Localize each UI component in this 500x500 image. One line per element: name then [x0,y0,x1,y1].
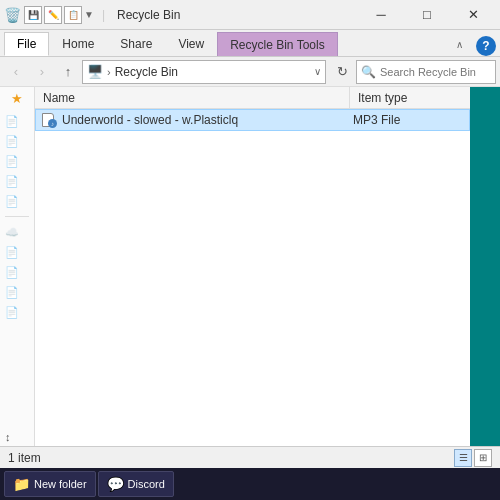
nav-item-10[interactable]: 📄 [3,303,31,321]
nav-item-2[interactable]: 📄 [3,132,31,150]
tab-file[interactable]: File [4,32,49,56]
tab-share[interactable]: Share [107,32,165,56]
nav-icon-4: 📄 [5,175,19,188]
table-row[interactable]: ♪ Underworld - slowed - w.Plasticlq MP3 … [35,109,470,131]
file-panel: Name Item type ♪ Underworld - slowed - w… [35,87,470,446]
nav-icon-5: 📄 [5,195,19,208]
window-title: Recycle Bin [117,8,180,22]
taskbar-discord[interactable]: 💬 Discord [98,471,174,497]
right-background-panel [470,87,500,446]
tab-manage[interactable]: Recycle Bin Tools [217,32,338,56]
props-quick-btn[interactable]: 📋 [64,6,82,24]
nav-icon-8: 📄 [5,266,19,279]
file-list: ♪ Underworld - slowed - w.Plasticlq MP3 … [35,109,470,446]
nav-icon-7: 📄 [5,246,19,259]
main-area: ★ 📄 📄 📄 📄 📄 ☁️ 📄 📄 📄 📄 ↕ Name Item type [0,87,500,446]
nav-icon-3: 📄 [5,155,19,168]
search-input[interactable] [380,66,491,78]
folder-icon: 📁 [13,476,30,492]
view-toggle-buttons: ☰ ⊞ [454,449,492,467]
quick-access-chevron[interactable]: ▼ [84,9,94,20]
column-name-header[interactable]: Name [35,87,350,108]
address-computer-icon: 🖥️ [87,64,103,79]
nav-item-9[interactable]: 📄 [3,283,31,301]
file-type-label: MP3 File [345,113,465,127]
address-sep: › [107,66,111,78]
tab-view[interactable]: View [165,32,217,56]
edit-quick-btn[interactable]: ✏️ [44,6,62,24]
file-header: Name Item type [35,87,470,109]
details-view-button[interactable]: ☰ [454,449,472,467]
nav-expand-btn[interactable]: ↕ [3,428,31,446]
ribbon-tab-bar: File Home Share View Recycle Bin Tools ∧… [0,30,500,56]
taskbar-discord-label: Discord [128,478,165,490]
up-button[interactable]: ↑ [56,60,80,84]
toolbar: ‹ › ↑ 🖥️ › Recycle Bin ∨ ↻ 🔍 [0,57,500,87]
back-button[interactable]: ‹ [4,60,28,84]
tab-home[interactable]: Home [49,32,107,56]
tiles-view-button[interactable]: ⊞ [474,449,492,467]
quick-access-btns: 💾 ✏️ 📋 ▼ [24,6,94,24]
status-bar: 1 item ☰ ⊞ [0,446,500,468]
nav-icon-2: 📄 [5,135,19,148]
taskbar-new-folder[interactable]: 📁 New folder [4,471,96,497]
ribbon: File Home Share View Recycle Bin Tools ∧… [0,30,500,57]
ribbon-collapse-btn[interactable]: ∧ [443,32,476,56]
nav-item-4[interactable]: 📄 [3,172,31,190]
address-bar[interactable]: 🖥️ › Recycle Bin ∨ [82,60,326,84]
maximize-button[interactable]: □ [404,0,450,30]
title-bar-left: 🗑️ 💾 ✏️ 📋 ▼ | Recycle Bin [4,6,358,24]
taskbar-new-folder-label: New folder [34,478,87,490]
nav-item-5[interactable]: 📄 [3,192,31,210]
nav-icon-10: 📄 [5,306,19,319]
nav-icon-cloud: ☁️ [5,226,19,239]
item-count-label: 1 item [8,451,41,465]
file-mp3-icon: ♪ [40,111,58,129]
discord-icon: 💬 [107,476,124,492]
save-quick-btn[interactable]: 💾 [24,6,42,24]
nav-item-6[interactable]: ☁️ [3,223,31,241]
nav-icon-1: 📄 [5,115,19,128]
address-dropdown-icon[interactable]: ∨ [314,66,321,77]
close-button[interactable]: ✕ [450,0,496,30]
title-bar: 🗑️ 💾 ✏️ 📋 ▼ | Recycle Bin ─ □ ✕ [0,0,500,30]
forward-button[interactable]: › [30,60,54,84]
minimize-button[interactable]: ─ [358,0,404,30]
address-path: Recycle Bin [115,65,310,79]
quick-access-star-icon: ★ [11,91,23,106]
nav-item-7[interactable]: 📄 [3,243,31,261]
column-type-header[interactable]: Item type [350,87,470,108]
nav-expand-icon: ↕ [5,431,11,443]
search-icon: 🔍 [361,65,376,79]
nav-item-1[interactable]: 📄 [3,112,31,130]
search-box[interactable]: 🔍 [356,60,496,84]
nav-icon-9: 📄 [5,286,19,299]
file-name-label: Underworld - slowed - w.Plasticlq [62,113,345,127]
help-button[interactable]: ? [476,36,496,56]
window-icon: 🗑️ [4,7,20,23]
nav-divider-1 [5,216,29,217]
nav-item-8[interactable]: 📄 [3,263,31,281]
nav-panel: ★ 📄 📄 📄 📄 📄 ☁️ 📄 📄 📄 📄 ↕ [0,87,35,446]
refresh-button[interactable]: ↻ [330,60,354,84]
title-sep: | [102,8,105,22]
window-controls: ─ □ ✕ [358,0,496,30]
nav-item-3[interactable]: 📄 [3,152,31,170]
taskbar: 📁 New folder 💬 Discord [0,468,500,500]
